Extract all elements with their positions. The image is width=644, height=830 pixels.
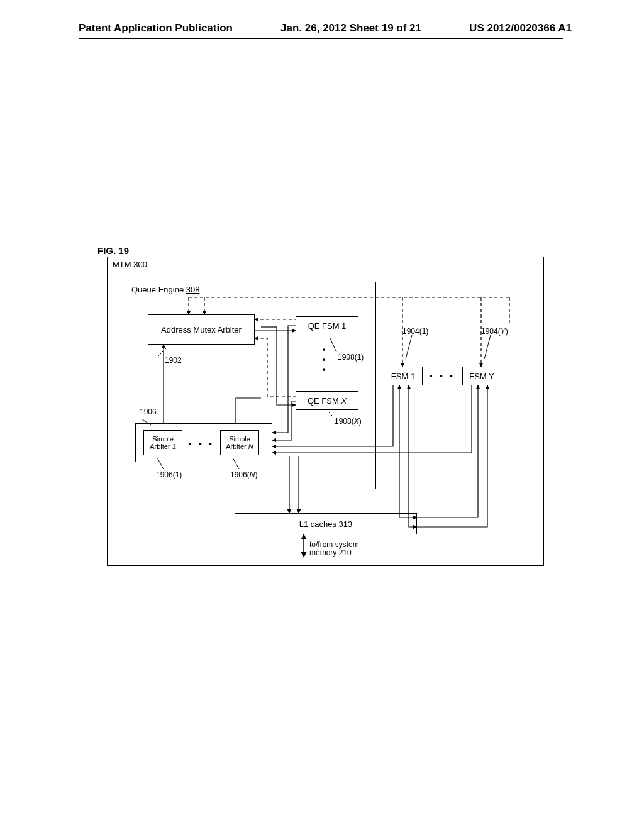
simple-arbiter-n-label2: Arbiter N <box>226 443 253 450</box>
l1-caches-box: L1 caches 313 <box>235 513 417 534</box>
ref-1908-1: 1908(1) <box>338 353 364 362</box>
diagram: MTM 300 Queue Engine 308 Address Mutex A… <box>107 257 544 566</box>
ref-1906: 1906 <box>140 407 157 416</box>
fsm-y-label: FSM Y <box>469 372 494 381</box>
simple-arbiter-n-label1: Simple <box>229 435 250 443</box>
header-rule <box>79 38 563 39</box>
fsm-1-box: FSM 1 <box>384 367 423 385</box>
fsm-dots: • • • <box>430 371 455 380</box>
simple-arbiter-dots: • • • <box>189 439 214 448</box>
mtm-label: MTM <box>113 260 131 269</box>
qe-fsm-x-box: QE FSM X <box>296 391 358 410</box>
ref-1904-1: 1904(1) <box>402 327 428 336</box>
simple-arbiter-n-box: Simple Arbiter N <box>220 430 259 455</box>
figure-label: FIG. 19 <box>97 245 129 256</box>
ref-1906-n: 1906(N) <box>230 470 257 479</box>
simple-arbiter-1-label2: Arbiter 1 <box>150 443 176 450</box>
ref-1908-x: 1908(X) <box>335 417 362 426</box>
qe-fsm-1-box: QE FSM 1 <box>296 316 358 335</box>
address-mutex-arbiter-box: Address Mutex Arbiter <box>148 314 255 345</box>
ref-1904-y: 1904(Y) <box>481 327 508 336</box>
l1-caches-label: L1 caches 313 <box>299 519 353 529</box>
header-right: US 2012/0020366 A1 <box>469 22 572 35</box>
simple-arbiter-1-label1: Simple <box>152 435 174 443</box>
memory-text: to/from system memory 210 <box>309 541 359 557</box>
qe-fsm-x-label: QE FSM X <box>308 396 347 406</box>
ref-1902: 1902 <box>165 356 182 365</box>
mtm-ref: 300 <box>133 260 147 269</box>
qe-fsm-dots: ••• <box>323 345 326 375</box>
simple-arbiter-1-box: Simple Arbiter 1 <box>143 430 182 455</box>
queue-engine-label: Queue Engine <box>131 285 184 294</box>
page: Patent Application Publication Jan. 26, … <box>0 0 644 830</box>
address-mutex-arbiter-label: Address Mutex Arbiter <box>161 325 242 335</box>
header-left: Patent Application Publication <box>79 22 233 35</box>
page-header: Patent Application Publication Jan. 26, … <box>0 22 644 35</box>
fsm-1-label: FSM 1 <box>391 372 415 381</box>
fsm-y-box: FSM Y <box>462 367 501 385</box>
header-center: Jan. 26, 2012 Sheet 19 of 21 <box>280 22 421 35</box>
queue-engine-ref: 308 <box>186 285 200 294</box>
qe-fsm-1-label: QE FSM 1 <box>308 321 347 331</box>
ref-1906-1: 1906(1) <box>156 470 182 479</box>
